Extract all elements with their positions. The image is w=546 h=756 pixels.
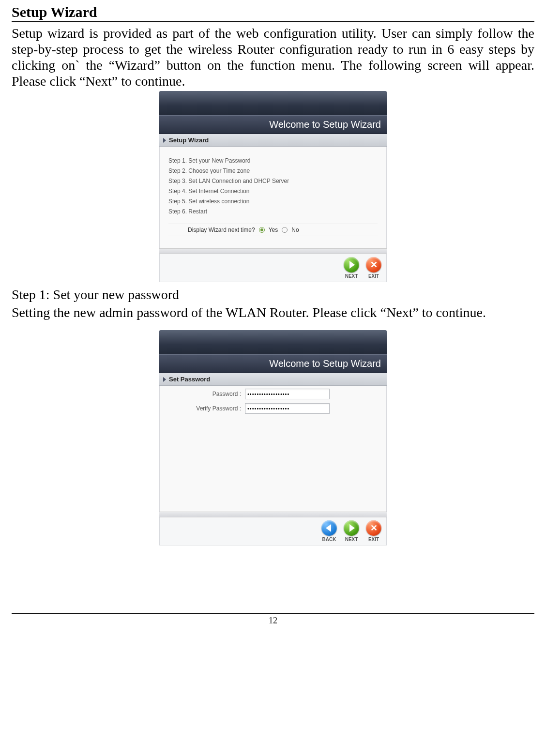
- close-icon: ✕: [366, 257, 381, 272]
- step-item: Step 3. Set LAN Connection and DHCP Serv…: [168, 178, 378, 184]
- footer-separator: [159, 248, 387, 254]
- step-item: Step 2. Choose your Time zone: [168, 167, 378, 174]
- caret-right-icon: [163, 377, 166, 382]
- wizard-subheader-label: Setup Wizard: [169, 136, 209, 144]
- verify-password-input[interactable]: [245, 403, 330, 414]
- section-title: Setup Wizard: [12, 4, 534, 20]
- exit-label: EXIT: [368, 537, 379, 542]
- password-input[interactable]: [245, 389, 330, 399]
- back-label: BACK: [322, 537, 336, 542]
- exit-button[interactable]: ✕ EXIT: [366, 257, 381, 279]
- wizard-welcome-card: Welcome to Setup Wizard Setup Wizard Ste…: [159, 91, 387, 282]
- intro-paragraph: Setup wizard is provided as part of the …: [12, 25, 534, 89]
- step-item: Step 4. Set Internet Connection: [168, 188, 378, 195]
- wizard-body: Step 1. Set your New Password Step 2. Ch…: [159, 147, 387, 248]
- verify-password-label: Verify Password :: [168, 405, 245, 412]
- exit-button[interactable]: ✕ EXIT: [366, 520, 381, 542]
- arrow-right-icon: [344, 257, 359, 272]
- arrow-right-icon: [344, 520, 359, 536]
- wizard-footer: BACK NEXT ✕ EXIT: [159, 517, 387, 545]
- radio-yes[interactable]: [259, 227, 265, 233]
- radio-no[interactable]: [282, 227, 288, 233]
- password-label: Password :: [168, 391, 245, 397]
- wizard-subheader: Setup Wizard: [159, 134, 387, 147]
- footer-rule: [12, 613, 534, 614]
- verify-password-row: Verify Password :: [168, 403, 378, 414]
- wizard-welcome-title: Welcome to Setup Wizard: [159, 354, 387, 373]
- exit-label: EXIT: [368, 273, 379, 279]
- wizard-footer: NEXT ✕ EXIT: [159, 254, 387, 282]
- display-next-time-row: Display Wizard next time? Yes No: [168, 224, 378, 236]
- step-item: Step 6. Restart: [168, 208, 378, 215]
- wizard-password-card: Welcome to Setup Wizard Set Password Pas…: [159, 330, 387, 545]
- display-next-time-label: Display Wizard next time?: [188, 227, 255, 233]
- next-button[interactable]: NEXT: [344, 520, 359, 542]
- back-button[interactable]: BACK: [321, 520, 337, 542]
- wizard-top-bar: [159, 91, 387, 115]
- step-item: Step 5. Set wireless connection: [168, 198, 378, 205]
- section-rule: [12, 21, 534, 22]
- step1-title: Step 1: Set your new password: [12, 287, 534, 302]
- next-label: NEXT: [345, 537, 358, 542]
- arrow-left-icon: [321, 520, 337, 536]
- step1-paragraph: Setting the new admin password of the WL…: [12, 304, 534, 320]
- radio-yes-label: Yes: [269, 227, 278, 233]
- next-label: NEXT: [345, 273, 358, 279]
- wizard-subheader: Set Password: [159, 373, 387, 386]
- wizard-subheader-label: Set Password: [169, 376, 210, 383]
- page-number: 12: [12, 616, 534, 626]
- caret-right-icon: [163, 138, 166, 143]
- wizard-welcome-title: Welcome to Setup Wizard: [159, 115, 387, 134]
- page-footer: 12: [12, 613, 534, 626]
- wizard-body: Password : Verify Password :: [159, 386, 387, 512]
- radio-no-label: No: [291, 227, 299, 233]
- password-row: Password :: [168, 389, 378, 399]
- wizard-top-bar: [159, 330, 387, 354]
- footer-separator: [159, 512, 387, 517]
- next-button[interactable]: NEXT: [344, 257, 359, 279]
- close-icon: ✕: [366, 520, 381, 536]
- step-item: Step 1. Set your New Password: [168, 157, 378, 164]
